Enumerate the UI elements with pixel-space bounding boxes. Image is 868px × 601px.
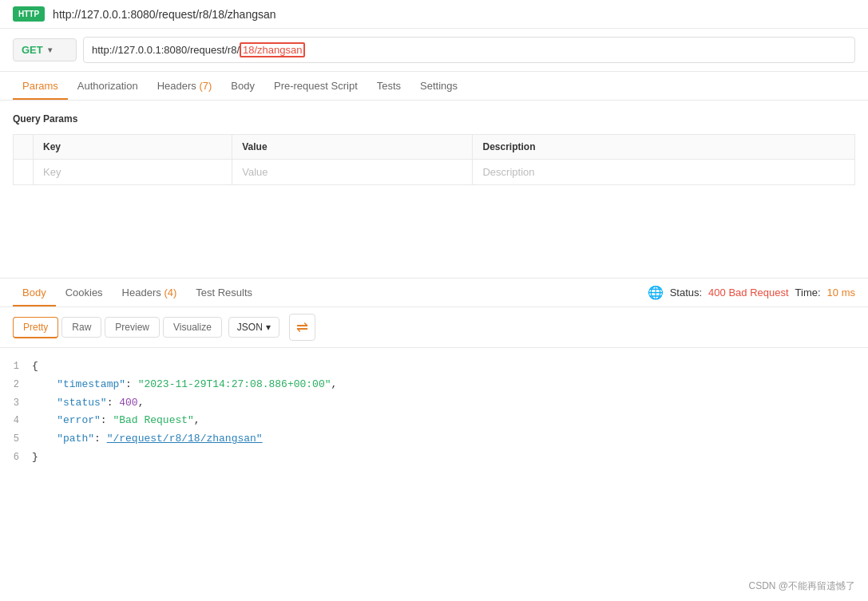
response-tabs: Body Cookies Headers (4) Test Results 🌐 … [0,279,868,307]
line-num-2: 2 [0,377,32,393]
table-row: Key Value Description [14,160,855,185]
title-url: http://127.0.0.1:8080/request/r8/18/zhan… [53,8,275,21]
code-area: 1 { 2 "timestamp": "2023-11-29T14:27:08.… [0,348,868,476]
json-key-timestamp: "timestamp" [57,378,125,390]
tab-headers[interactable]: Headers (7) [148,72,222,100]
json-key-status: "status" [57,397,106,409]
line-num-5: 5 [0,431,32,447]
code-line-3: 3 "status": 400, [0,394,868,413]
tab-pre-request-script[interactable]: Pre-request Script [264,72,367,100]
line-num-4: 4 [0,413,32,429]
code-line-4: 4 "error": "Bad Request", [0,412,868,430]
chevron-down-icon: ▾ [48,45,52,54]
json-val-timestamp: "2023-11-29T14:27:08.886+00:00" [138,378,331,390]
code-line-1: 1 { [0,358,868,376]
description-cell[interactable]: Description [473,160,855,185]
col-value: Value [232,135,473,160]
line-num-3: 3 [0,395,32,411]
tab-settings[interactable]: Settings [410,72,467,100]
method-select[interactable]: GET ▾ [13,38,77,61]
wrap-icon: ⇌ [296,318,308,336]
status-value: 400 Bad Request [708,287,788,299]
response-tab-test-results[interactable]: Test Results [186,279,262,306]
query-params-title: Query Params [13,113,855,125]
response-meta: 🌐 Status: 400 Bad Request Time: 10 ms [648,285,855,300]
code-line-5: 5 "path": "/request/r8/18/zhangsan" [0,430,868,449]
url-highlight: 18/zhangsan [240,42,305,57]
response-tab-headers[interactable]: Headers (4) [113,279,187,306]
time-value: 10 ms [827,287,855,299]
wrap-button[interactable]: ⇌ [289,314,315,341]
visualize-button[interactable]: Visualize [163,317,222,338]
line-content-5: "path": "/request/r8/18/zhangsan" [32,431,263,448]
tab-body[interactable]: Body [221,72,264,100]
url-bar: GET ▾ http://127.0.0.1:8080/request/r8/1… [0,29,868,72]
url-prefix: http://127.0.0.1:8080/request/r8/ [92,44,240,56]
format-bar: Pretty Raw Preview Visualize JSON ▾ ⇌ [0,307,868,348]
method-label: GET [22,44,43,56]
tab-authorization[interactable]: Authorization [68,72,148,100]
row-checkbox-cell [14,160,34,185]
line-content-4: "error": "Bad Request", [32,413,200,429]
time-label: Time: [795,287,821,299]
json-val-status: 400 [119,397,137,409]
url-input-display[interactable]: http://127.0.0.1:8080/request/r8/18/zhan… [83,37,855,63]
line-content-6: } [32,449,38,466]
line-content-2: "timestamp": "2023-11-29T14:27:08.886+00… [32,377,337,393]
format-chevron-icon: ▾ [266,322,271,333]
format-label: JSON [237,322,263,333]
globe-icon: 🌐 [648,285,664,300]
format-select[interactable]: JSON ▾ [228,317,279,338]
http-badge: HTTP [13,6,45,22]
json-key-error: "error" [57,414,101,426]
title-bar: HTTP http://127.0.0.1:8080/request/r8/18… [0,0,868,29]
pretty-button[interactable]: Pretty [13,317,58,338]
spacer [0,198,868,278]
watermark: CSDN @不能再留遗憾了 [748,579,855,593]
value-cell[interactable]: Value [232,160,473,185]
response-tab-body[interactable]: Body [13,279,56,306]
code-line-6: 6 } [0,449,868,467]
col-description: Description [473,135,855,160]
raw-button[interactable]: Raw [61,317,101,338]
params-table: Key Value Description Key Value Descript… [13,134,855,185]
line-num-1: 1 [0,358,32,374]
line-content-3: "status": 400, [32,395,144,412]
code-line-2: 2 "timestamp": "2023-11-29T14:27:08.886+… [0,376,868,394]
status-label: Status: [670,287,702,299]
query-params-section: Query Params Key Value Description Key V… [0,101,868,198]
key-cell[interactable]: Key [34,160,232,185]
col-key: Key [34,135,232,160]
col-checkbox [14,135,34,160]
line-content-1: { [32,358,38,375]
line-num-6: 6 [0,449,32,465]
response-tab-cookies[interactable]: Cookies [56,279,113,306]
tab-tests[interactable]: Tests [367,72,410,100]
json-val-error: "Bad Request" [113,414,193,426]
tab-params[interactable]: Params [13,72,68,100]
request-tabs: Params Authorization Headers (7) Body Pr… [0,72,868,101]
json-key-path: "path" [57,433,94,445]
preview-button[interactable]: Preview [105,317,160,338]
json-val-path[interactable]: "/request/r8/18/zhangsan" [107,433,263,445]
